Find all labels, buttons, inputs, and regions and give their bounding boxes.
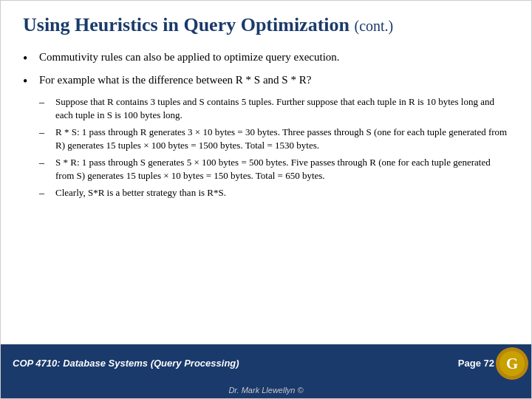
footer-course: COP 4710: Database Systems (Query Proces… bbox=[13, 358, 239, 369]
bullet-item-2: • For example what is the difference bet… bbox=[23, 72, 509, 91]
logo-circle: G bbox=[496, 347, 528, 380]
sub-text-1: Suppose that R contains 3 tuples and S c… bbox=[55, 95, 509, 122]
bullet-text-2: For example what is the difference betwe… bbox=[39, 72, 311, 88]
bullet-section-2: • For example what is the difference bet… bbox=[23, 72, 509, 200]
title-cont: (cont.) bbox=[355, 18, 394, 34]
sub-item-4: – Clearly, S*R is a better strategy than… bbox=[39, 186, 509, 201]
footer-instructor: Dr. Mark Llewellyn © bbox=[228, 386, 303, 395]
footer: COP 4710: Database Systems (Query Proces… bbox=[1, 344, 531, 381]
sub-text-2: R * S: 1 pass through R generates 3 × 10… bbox=[55, 126, 509, 152]
bullet-section-1: • Commutivity rules can also be applied … bbox=[23, 50, 509, 68]
title-main: Using Heuristics in Query Optimization bbox=[23, 14, 349, 35]
bullet-text-1: Commutivity rules can also be applied to… bbox=[39, 50, 340, 65]
sub-dash-4: – bbox=[39, 186, 55, 201]
sub-text-3: S * R: 1 pass through S generates 5 × 10… bbox=[55, 156, 509, 183]
sub-dash-2: – bbox=[39, 126, 55, 140]
bullet-dot-2: • bbox=[23, 72, 39, 91]
svg-text:G: G bbox=[506, 355, 518, 372]
bullet-item-1: • Commutivity rules can also be applied … bbox=[23, 50, 509, 68]
slide-content: Using Heuristics in Query Optimization (… bbox=[1, 1, 531, 344]
sub-item-1: – Suppose that R contains 3 tuples and S… bbox=[39, 95, 509, 122]
sub-item-3: – S * R: 1 pass through S generates 5 × … bbox=[39, 156, 509, 183]
sub-dash-3: – bbox=[39, 156, 55, 171]
footer-instructor-row: Dr. Mark Llewellyn © bbox=[1, 381, 531, 398]
sub-dash-1: – bbox=[39, 95, 55, 110]
sub-text-4: Clearly, S*R is a better strategy than i… bbox=[55, 186, 226, 200]
footer-page: Page 72 bbox=[458, 358, 494, 369]
slide-title: Using Heuristics in Query Optimization (… bbox=[23, 14, 509, 36]
logo-icon: G bbox=[498, 349, 526, 378]
sub-item-2: – R * S: 1 pass through R generates 3 × … bbox=[39, 126, 509, 152]
bullet-dot-1: • bbox=[23, 50, 39, 68]
sub-items: – Suppose that R contains 3 tuples and S… bbox=[39, 95, 509, 200]
slide: Using Heuristics in Query Optimization (… bbox=[0, 0, 532, 399]
